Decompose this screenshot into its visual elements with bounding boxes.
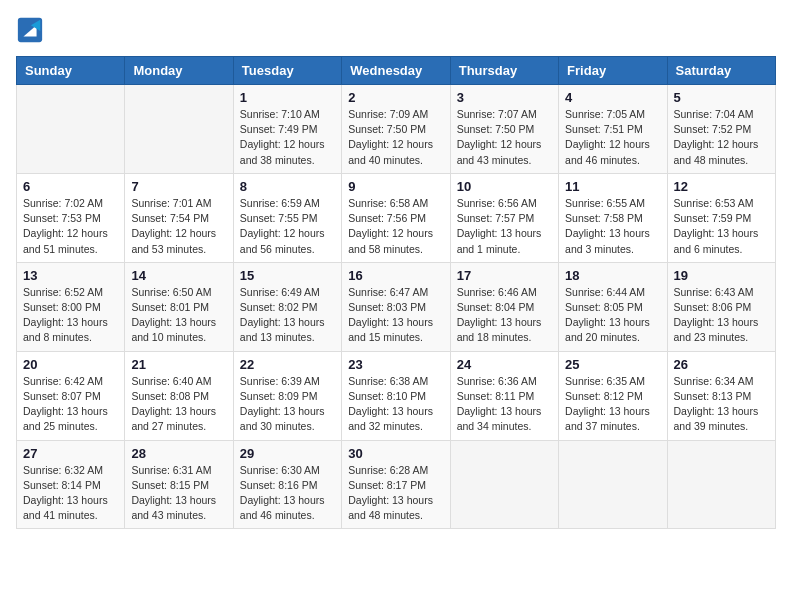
day-info: Sunrise: 6:28 AM Sunset: 8:17 PM Dayligh…: [348, 463, 443, 524]
calendar-cell: 18Sunrise: 6:44 AM Sunset: 8:05 PM Dayli…: [559, 262, 667, 351]
weekday-header-tuesday: Tuesday: [233, 57, 341, 85]
calendar-week-2: 6Sunrise: 7:02 AM Sunset: 7:53 PM Daylig…: [17, 173, 776, 262]
calendar-cell: 23Sunrise: 6:38 AM Sunset: 8:10 PM Dayli…: [342, 351, 450, 440]
calendar-cell: 16Sunrise: 6:47 AM Sunset: 8:03 PM Dayli…: [342, 262, 450, 351]
calendar-cell: 1Sunrise: 7:10 AM Sunset: 7:49 PM Daylig…: [233, 85, 341, 174]
calendar-cell: 14Sunrise: 6:50 AM Sunset: 8:01 PM Dayli…: [125, 262, 233, 351]
calendar-week-5: 27Sunrise: 6:32 AM Sunset: 8:14 PM Dayli…: [17, 440, 776, 529]
day-number: 10: [457, 179, 552, 194]
calendar-cell: [667, 440, 775, 529]
day-info: Sunrise: 6:50 AM Sunset: 8:01 PM Dayligh…: [131, 285, 226, 346]
day-number: 5: [674, 90, 769, 105]
calendar-cell: 3Sunrise: 7:07 AM Sunset: 7:50 PM Daylig…: [450, 85, 558, 174]
day-info: Sunrise: 6:34 AM Sunset: 8:13 PM Dayligh…: [674, 374, 769, 435]
day-number: 24: [457, 357, 552, 372]
day-number: 6: [23, 179, 118, 194]
day-info: Sunrise: 7:01 AM Sunset: 7:54 PM Dayligh…: [131, 196, 226, 257]
day-number: 12: [674, 179, 769, 194]
calendar-cell: 6Sunrise: 7:02 AM Sunset: 7:53 PM Daylig…: [17, 173, 125, 262]
calendar-cell: 12Sunrise: 6:53 AM Sunset: 7:59 PM Dayli…: [667, 173, 775, 262]
logo: [16, 16, 48, 44]
calendar-cell: [559, 440, 667, 529]
day-info: Sunrise: 6:36 AM Sunset: 8:11 PM Dayligh…: [457, 374, 552, 435]
calendar-cell: 17Sunrise: 6:46 AM Sunset: 8:04 PM Dayli…: [450, 262, 558, 351]
day-number: 13: [23, 268, 118, 283]
day-number: 15: [240, 268, 335, 283]
weekday-header-row: SundayMondayTuesdayWednesdayThursdayFrid…: [17, 57, 776, 85]
day-number: 26: [674, 357, 769, 372]
day-number: 8: [240, 179, 335, 194]
day-number: 25: [565, 357, 660, 372]
calendar-cell: 10Sunrise: 6:56 AM Sunset: 7:57 PM Dayli…: [450, 173, 558, 262]
calendar-cell: 25Sunrise: 6:35 AM Sunset: 8:12 PM Dayli…: [559, 351, 667, 440]
day-info: Sunrise: 6:52 AM Sunset: 8:00 PM Dayligh…: [23, 285, 118, 346]
calendar-cell: 4Sunrise: 7:05 AM Sunset: 7:51 PM Daylig…: [559, 85, 667, 174]
day-info: Sunrise: 7:04 AM Sunset: 7:52 PM Dayligh…: [674, 107, 769, 168]
calendar-cell: 15Sunrise: 6:49 AM Sunset: 8:02 PM Dayli…: [233, 262, 341, 351]
calendar-body: 1Sunrise: 7:10 AM Sunset: 7:49 PM Daylig…: [17, 85, 776, 529]
calendar-cell: 13Sunrise: 6:52 AM Sunset: 8:00 PM Dayli…: [17, 262, 125, 351]
day-number: 1: [240, 90, 335, 105]
day-number: 16: [348, 268, 443, 283]
calendar-cell: 27Sunrise: 6:32 AM Sunset: 8:14 PM Dayli…: [17, 440, 125, 529]
calendar-cell: 7Sunrise: 7:01 AM Sunset: 7:54 PM Daylig…: [125, 173, 233, 262]
day-number: 9: [348, 179, 443, 194]
day-number: 22: [240, 357, 335, 372]
day-info: Sunrise: 6:43 AM Sunset: 8:06 PM Dayligh…: [674, 285, 769, 346]
calendar-cell: [125, 85, 233, 174]
calendar-cell: 20Sunrise: 6:42 AM Sunset: 8:07 PM Dayli…: [17, 351, 125, 440]
day-number: 4: [565, 90, 660, 105]
calendar-table: SundayMondayTuesdayWednesdayThursdayFrid…: [16, 56, 776, 529]
calendar-cell: 26Sunrise: 6:34 AM Sunset: 8:13 PM Dayli…: [667, 351, 775, 440]
day-info: Sunrise: 6:55 AM Sunset: 7:58 PM Dayligh…: [565, 196, 660, 257]
day-info: Sunrise: 6:44 AM Sunset: 8:05 PM Dayligh…: [565, 285, 660, 346]
weekday-header-monday: Monday: [125, 57, 233, 85]
day-info: Sunrise: 6:35 AM Sunset: 8:12 PM Dayligh…: [565, 374, 660, 435]
calendar-cell: 5Sunrise: 7:04 AM Sunset: 7:52 PM Daylig…: [667, 85, 775, 174]
day-info: Sunrise: 6:40 AM Sunset: 8:08 PM Dayligh…: [131, 374, 226, 435]
day-info: Sunrise: 6:49 AM Sunset: 8:02 PM Dayligh…: [240, 285, 335, 346]
page-header: [16, 16, 776, 44]
weekday-header-friday: Friday: [559, 57, 667, 85]
day-info: Sunrise: 6:56 AM Sunset: 7:57 PM Dayligh…: [457, 196, 552, 257]
day-info: Sunrise: 7:02 AM Sunset: 7:53 PM Dayligh…: [23, 196, 118, 257]
day-number: 29: [240, 446, 335, 461]
day-number: 30: [348, 446, 443, 461]
day-number: 3: [457, 90, 552, 105]
calendar-cell: [450, 440, 558, 529]
calendar-cell: 2Sunrise: 7:09 AM Sunset: 7:50 PM Daylig…: [342, 85, 450, 174]
day-info: Sunrise: 6:46 AM Sunset: 8:04 PM Dayligh…: [457, 285, 552, 346]
day-number: 23: [348, 357, 443, 372]
day-number: 2: [348, 90, 443, 105]
day-number: 14: [131, 268, 226, 283]
day-number: 21: [131, 357, 226, 372]
calendar-cell: 19Sunrise: 6:43 AM Sunset: 8:06 PM Dayli…: [667, 262, 775, 351]
day-info: Sunrise: 6:53 AM Sunset: 7:59 PM Dayligh…: [674, 196, 769, 257]
calendar-cell: 28Sunrise: 6:31 AM Sunset: 8:15 PM Dayli…: [125, 440, 233, 529]
weekday-header-sunday: Sunday: [17, 57, 125, 85]
calendar-week-1: 1Sunrise: 7:10 AM Sunset: 7:49 PM Daylig…: [17, 85, 776, 174]
calendar-cell: 11Sunrise: 6:55 AM Sunset: 7:58 PM Dayli…: [559, 173, 667, 262]
day-info: Sunrise: 7:07 AM Sunset: 7:50 PM Dayligh…: [457, 107, 552, 168]
calendar-cell: 29Sunrise: 6:30 AM Sunset: 8:16 PM Dayli…: [233, 440, 341, 529]
day-info: Sunrise: 6:42 AM Sunset: 8:07 PM Dayligh…: [23, 374, 118, 435]
day-number: 7: [131, 179, 226, 194]
calendar-week-4: 20Sunrise: 6:42 AM Sunset: 8:07 PM Dayli…: [17, 351, 776, 440]
day-info: Sunrise: 6:38 AM Sunset: 8:10 PM Dayligh…: [348, 374, 443, 435]
calendar-cell: 9Sunrise: 6:58 AM Sunset: 7:56 PM Daylig…: [342, 173, 450, 262]
day-info: Sunrise: 6:58 AM Sunset: 7:56 PM Dayligh…: [348, 196, 443, 257]
day-number: 27: [23, 446, 118, 461]
calendar-cell: 30Sunrise: 6:28 AM Sunset: 8:17 PM Dayli…: [342, 440, 450, 529]
day-number: 28: [131, 446, 226, 461]
weekday-header-wednesday: Wednesday: [342, 57, 450, 85]
logo-icon: [16, 16, 44, 44]
calendar-cell: 24Sunrise: 6:36 AM Sunset: 8:11 PM Dayli…: [450, 351, 558, 440]
day-info: Sunrise: 6:30 AM Sunset: 8:16 PM Dayligh…: [240, 463, 335, 524]
day-info: Sunrise: 7:05 AM Sunset: 7:51 PM Dayligh…: [565, 107, 660, 168]
day-info: Sunrise: 6:39 AM Sunset: 8:09 PM Dayligh…: [240, 374, 335, 435]
calendar-cell: 21Sunrise: 6:40 AM Sunset: 8:08 PM Dayli…: [125, 351, 233, 440]
day-number: 20: [23, 357, 118, 372]
day-info: Sunrise: 6:31 AM Sunset: 8:15 PM Dayligh…: [131, 463, 226, 524]
day-number: 17: [457, 268, 552, 283]
calendar-cell: [17, 85, 125, 174]
